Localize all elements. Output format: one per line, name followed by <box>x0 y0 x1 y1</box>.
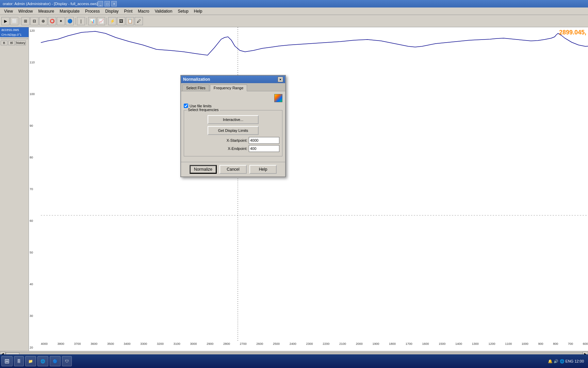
normalization-dialog: Normalization × Select Files Frequency R… <box>180 75 286 177</box>
dialog-footer: Normalize Cancel Help <box>181 162 285 177</box>
get-display-btn-row: Get Display Limits <box>187 126 279 135</box>
x-startpoint-label: X-Startpoint: <box>227 138 247 142</box>
x-endpoint-row: X-Endpoint: <box>187 145 279 152</box>
menu-display[interactable]: Display <box>102 8 121 14</box>
taskbar-browser[interactable]: 🌐 <box>37 356 48 366</box>
dialog-icon <box>274 94 282 102</box>
menu-window[interactable]: Window <box>16 8 36 14</box>
coord-display: 2899.045, <box>559 29 586 36</box>
toolbar-btn-15[interactable]: 🖊 <box>135 17 143 25</box>
dialog-titlebar: Normalization × <box>181 76 285 83</box>
use-file-limits-label: Use file limits <box>190 104 212 108</box>
toolbar-btn-11[interactable]: 📈 <box>97 17 105 25</box>
left-panel: access.ows CH=NDipp.0°1 B Bl history <box>0 27 29 351</box>
menu-view[interactable]: View <box>1 8 16 14</box>
toolbar-btn-5[interactable]: ⊕ <box>39 17 47 25</box>
select-freq-inner: Interactive... Get Display Limits X-Star… <box>187 113 279 152</box>
x-startpoint-input[interactable] <box>249 137 279 144</box>
menu-validation[interactable]: Validation <box>152 8 175 14</box>
cancel-button[interactable]: Cancel <box>219 165 247 174</box>
title-bar: orator: Admin (Administrator) - [Display… <box>0 0 588 7</box>
toolbar-btn-10[interactable]: 📊 <box>88 17 96 25</box>
toolbar-btn-14[interactable]: 📋 <box>126 17 134 25</box>
close-button[interactable]: × <box>111 1 117 6</box>
main-area: access.ows CH=NDipp.0°1 B Bl history 120… <box>0 27 588 351</box>
toolbar-btn-4[interactable]: ⊟ <box>30 17 38 25</box>
taskbar-clock: 🔔 🔊 🌐 ENG 12:00 <box>545 359 587 364</box>
x-axis-labels: 4000 3800 3700 3600 3500 3400 3300 3200 … <box>41 341 588 351</box>
left-panel-item[interactable]: CH=NDipp.0°1 <box>0 32 29 37</box>
menu-bar: View Window Measure Manipulate Process D… <box>0 7 588 15</box>
tab-frequency-range[interactable]: Frequency Range <box>210 85 247 91</box>
taskbar: ⊞ 🗄 📁 🌐 🔵 🛡 🔔 🔊 🌐 ENG 12:00 <box>0 354 588 368</box>
x-startpoint-row: X-Startpoint: <box>187 137 279 144</box>
left-panel-btn-history[interactable]: history <box>16 41 26 45</box>
get-display-limits-button[interactable]: Get Display Limits <box>208 126 259 135</box>
chart-area: 120 110 100 90 80 70 60 50 40 30 20 <box>29 27 588 351</box>
toolbar-btn-7[interactable]: ✦ <box>57 17 65 25</box>
x-endpoint-input[interactable] <box>249 145 279 152</box>
menu-print[interactable]: Print <box>121 8 135 14</box>
taskbar-file-mgr[interactable]: 🗄 <box>14 356 24 366</box>
dialog-content: Use file limits Select frequencies Inter… <box>181 91 285 162</box>
normalize-button[interactable]: Normalize <box>190 165 217 174</box>
left-panel-title: access.ows <box>0 27 29 32</box>
toolbar-sep-1 <box>20 18 20 25</box>
dialog-title: Normalization <box>183 77 210 82</box>
menu-measure[interactable]: Measure <box>35 8 57 14</box>
menu-help[interactable]: Help <box>191 8 205 14</box>
left-panel-btn-bl[interactable]: Bl <box>8 41 15 45</box>
dialog-icon-area <box>184 94 282 102</box>
toolbar-btn-1[interactable]: ▶ <box>1 17 10 25</box>
left-panel-btn-b[interactable]: B <box>1 41 7 45</box>
y-axis-labels: 120 110 100 90 80 70 60 50 40 30 20 <box>29 27 41 351</box>
group-box-title: Select frequencies <box>187 108 220 112</box>
toolbar-sep-2 <box>75 18 76 25</box>
maximize-button[interactable]: □ <box>104 1 110 6</box>
toolbar: ▶ ⬜ ⊞ ⊟ ⊕ ⭕ ✦ 🔵 | 📊 📈 ⚡ 🖼 📋 🖊 <box>0 15 588 27</box>
toolbar-btn-13[interactable]: 🖼 <box>117 17 125 25</box>
tab-select-files[interactable]: Select Files <box>182 85 209 91</box>
menu-process[interactable]: Process <box>82 8 102 14</box>
toolbar-sep-3 <box>86 18 87 25</box>
toolbar-btn-6[interactable]: ⭕ <box>48 17 56 25</box>
title-bar-title: orator: Admin (Administrator) - [Display… <box>3 2 98 6</box>
minimize-button[interactable]: _ <box>98 1 103 6</box>
interactive-btn-row: Interactive... <box>187 115 279 124</box>
toolbar-btn-8[interactable]: 🔵 <box>66 17 74 25</box>
menu-setup[interactable]: Setup <box>175 8 191 14</box>
title-bar-controls: _ □ × <box>98 1 117 6</box>
toolbar-btn-2[interactable]: ⬜ <box>10 17 18 25</box>
toolbar-btn-3[interactable]: ⊞ <box>21 17 30 25</box>
toolbar-sep-4 <box>107 18 107 25</box>
menu-manipulate[interactable]: Manipulate <box>57 8 82 14</box>
menu-macro[interactable]: Macro <box>135 8 152 14</box>
start-button[interactable]: ⊞ <box>1 356 13 366</box>
select-frequencies-group: Select frequencies Interactive... Get Di… <box>184 110 282 156</box>
taskbar-app1[interactable]: 🔵 <box>50 356 61 366</box>
toolbar-btn-12[interactable]: ⚡ <box>108 17 116 25</box>
taskbar-security[interactable]: 🛡 <box>62 356 72 366</box>
taskbar-folder[interactable]: 📁 <box>25 356 36 366</box>
chart-svg <box>41 27 588 341</box>
dialog-tabs: Select Files Frequency Range <box>181 83 285 91</box>
help-button[interactable]: Help <box>249 165 277 174</box>
x-endpoint-label: X-Endpoint: <box>228 147 247 151</box>
dialog-close-button[interactable]: × <box>278 77 283 82</box>
toolbar-btn-9[interactable]: | <box>77 17 85 25</box>
interactive-button[interactable]: Interactive... <box>208 115 259 124</box>
